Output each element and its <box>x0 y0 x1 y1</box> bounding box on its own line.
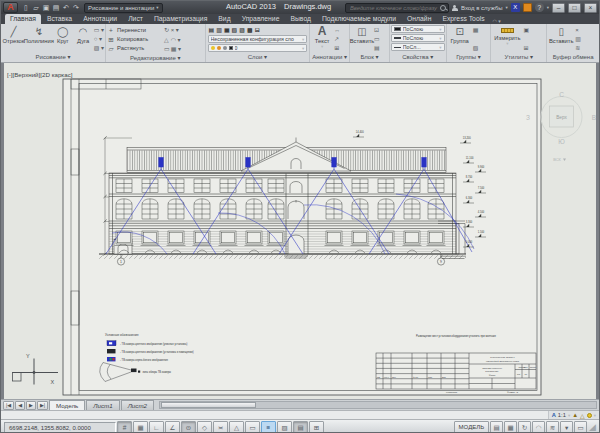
undo-icon[interactable]: ↶ <box>61 2 71 13</box>
search-input[interactable] <box>348 4 440 12</box>
measure-button[interactable]: Измерить ▾ <box>492 25 522 53</box>
lightbulb-icon[interactable] <box>587 413 592 418</box>
panel-label-annotation[interactable]: Аннотации ▾ <box>310 53 349 62</box>
tab-layout[interactable]: Лист <box>123 14 148 24</box>
search-icon[interactable] <box>440 5 446 11</box>
annotation-scale-button[interactable]: 1:1 <box>558 412 566 418</box>
open-icon[interactable]: ▱ <box>31 2 41 13</box>
restore-button[interactable]: □ <box>568 3 581 13</box>
next-tab-button[interactable]: ▶ <box>26 401 36 410</box>
hardware-acceleration-icon[interactable]: ≋ <box>546 421 559 433</box>
circle-button[interactable]: ◯ Круг <box>53 25 73 53</box>
last-tab-button[interactable]: ▶| <box>37 401 48 410</box>
linetype-dropdown[interactable]: ПоСл...▾ <box>391 43 445 51</box>
workspace-switcher[interactable]: Рисование и аннотации ▾ <box>84 3 163 13</box>
transparency-toggle[interactable]: ▨ <box>277 421 292 433</box>
chevron-down-icon[interactable]: ▾ <box>547 5 549 10</box>
application-status-menu-icon[interactable]: ▾ <box>560 421 573 433</box>
dynamic-input-toggle[interactable]: ▭ <box>245 421 260 433</box>
match-properties-icon[interactable]: ≋ <box>575 44 581 52</box>
lineweight-dropdown[interactable]: ПоСлою▾ <box>391 34 445 42</box>
viewport-controls[interactable]: [-][Верхний][2D каркас] <box>7 71 72 78</box>
panel-label-draw[interactable]: Рисование ▾ <box>1 53 105 62</box>
layer-state-dropdown[interactable]: Несохраненная конфигурация сло▾ <box>208 35 308 43</box>
panel-label-utilities[interactable]: Утилиты ▾ <box>491 53 546 62</box>
quick-view-drawings-icon[interactable]: ▦ <box>504 421 517 433</box>
trim-icon[interactable]: × ▾ <box>171 26 181 34</box>
annotation-visibility-icon[interactable]: ▲ <box>572 412 578 418</box>
panel-label-groups[interactable]: Группы ▾ <box>447 53 491 62</box>
polyline-button[interactable]: ↯ Полилиния <box>26 25 52 53</box>
ungroup-icon[interactable]: ▦ <box>473 26 479 34</box>
redo-icon[interactable]: ↷ <box>71 2 81 13</box>
chevron-down-icon[interactable]: ▾ <box>568 413 570 418</box>
layer-tool-icon[interactable]: ▥ <box>216 26 222 33</box>
copy-clip-icon[interactable]: ▥ <box>575 35 581 43</box>
osnap-toggle[interactable]: ⊙ <box>181 421 196 433</box>
arc-button[interactable]: ◠ Дуга <box>74 25 93 53</box>
lock-icon[interactable]: ◠ <box>532 421 545 433</box>
tab-online[interactable]: Онлайн <box>402 14 436 24</box>
quick-view-layouts-icon[interactable]: ▤ <box>490 421 503 433</box>
workspace-switching-icon[interactable]: ↻ <box>518 421 531 433</box>
panel-label-layers[interactable]: Слои ▾ <box>206 53 310 62</box>
dynamic-ucs-toggle[interactable]: △ <box>229 421 244 433</box>
line-button[interactable]: ╱ Отрезок <box>2 25 25 53</box>
tab-manage[interactable]: Управление <box>237 14 285 24</box>
tab-home[interactable]: Главная <box>5 14 41 24</box>
insert-block-button[interactable]: ◫ Вставить <box>351 25 373 53</box>
panel-label-modify[interactable]: Редактирование ▾ <box>106 54 205 62</box>
tab-annotate[interactable]: Аннотации <box>78 14 122 24</box>
ortho-toggle[interactable]: ∟ <box>149 421 164 433</box>
quick-calc-icon[interactable]: ⊞ <box>523 44 529 52</box>
move-button[interactable]: + Перенести <box>107 26 163 35</box>
tab-layout2[interactable]: Лист2 <box>121 400 154 410</box>
exchange-icon[interactable]: X <box>511 3 520 12</box>
cut-icon[interactable]: × <box>575 26 581 34</box>
color-dropdown[interactable]: ПоСлою▾ <box>391 25 445 33</box>
first-tab-button[interactable]: |◀ <box>3 401 14 410</box>
osnap-3d-toggle[interactable]: ◇ <box>197 421 212 433</box>
scrollbar-thumb[interactable] <box>161 402 256 408</box>
drawing-canvas[interactable]: [-][Верхний][2D каркас] <box>1 63 599 399</box>
lineweight-toggle[interactable]: ≡ <box>261 421 276 433</box>
layer-tool-icon[interactable]: ▤ <box>209 26 215 33</box>
tab-view[interactable]: Вид <box>213 14 235 24</box>
save-icon[interactable]: ▣ <box>41 2 51 13</box>
qnew-icon[interactable]: ▯ <box>21 2 31 13</box>
close-button[interactable]: × <box>584 3 597 13</box>
quick-properties-toggle[interactable]: ▤ <box>293 421 308 433</box>
mirror-icon[interactable]: △ <box>164 36 170 44</box>
group-edit-icon[interactable]: ▧ <box>473 44 479 52</box>
model-space-button[interactable]: МОДЕЛЬ <box>454 421 489 433</box>
horizontal-scrollbar[interactable] <box>159 401 597 409</box>
fillet-icon[interactable]: ◠ ▾ <box>171 36 181 44</box>
signin-button[interactable]: Вход в службы <box>461 5 503 11</box>
array-icon[interactable]: ▦ ▾ <box>171 45 181 53</box>
copy-button[interactable]: ⊞ Копировать <box>107 35 163 44</box>
dimension-icon[interactable]: ↔ <box>334 26 340 34</box>
application-menu-button[interactable]: A <box>3 2 18 13</box>
rectangle-icon[interactable]: ▭ ▾ <box>94 26 104 34</box>
plot-icon[interactable]: ▤ <box>51 2 61 13</box>
clean-screen-icon[interactable]: ▭ <box>574 421 587 433</box>
help-search-box[interactable] <box>345 3 449 13</box>
selection-cycling-toggle[interactable]: ⊞ <box>309 421 324 433</box>
group-button[interactable]: ⊡ Группа <box>448 25 472 53</box>
snap-toggle[interactable]: # <box>117 421 132 433</box>
table-icon[interactable]: ⊞ <box>334 44 340 52</box>
panel-label-block[interactable]: Блок ▾ <box>350 53 389 62</box>
layer-tool-icon[interactable]: ▨ <box>239 26 245 33</box>
stretch-button[interactable]: ▱ Растянуть <box>107 44 163 53</box>
tab-express-tools[interactable]: Express Tools <box>437 14 489 24</box>
ellipse-icon[interactable]: ○ ▾ <box>94 35 104 43</box>
leader-icon[interactable]: ↗ <box>334 35 340 43</box>
tab-plugins[interactable]: Подключаемые модули <box>317 14 401 24</box>
tab-parametric[interactable]: Параметризация <box>149 14 212 24</box>
panel-label-clipboard[interactable]: Буфер обмена <box>547 53 599 62</box>
text-button[interactable]: А Текст ▾ <box>311 25 333 53</box>
rotate-icon[interactable]: ↻ <box>164 26 170 34</box>
edit-attribute-icon[interactable]: ▭ <box>374 35 380 43</box>
tab-insert[interactable]: Вставка <box>42 14 77 24</box>
tab-model[interactable]: Модель <box>49 400 85 410</box>
